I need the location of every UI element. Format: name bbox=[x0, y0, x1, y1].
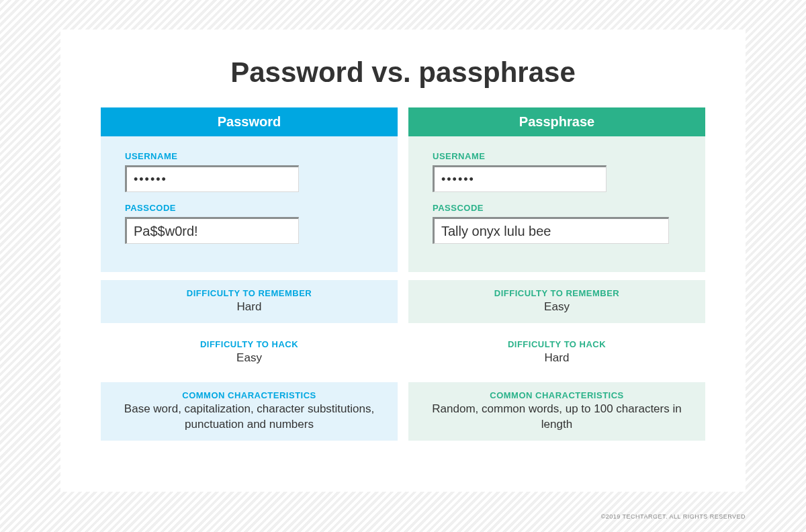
passphrase-form-block: USERNAME •••••• PASSCODE Tally onyx lulu… bbox=[408, 136, 705, 272]
password-passcode-label: PASSCODE bbox=[125, 203, 373, 213]
password-passcode-input: Pa$$w0rd! bbox=[125, 217, 299, 244]
passphrase-header: Passphrase bbox=[408, 107, 705, 136]
password-header: Password bbox=[101, 107, 398, 136]
page-title: Password vs. passphrase bbox=[101, 56, 705, 89]
passphrase-passcode-label: PASSCODE bbox=[433, 203, 681, 213]
passphrase-remember-value: Easy bbox=[422, 300, 692, 315]
password-characteristics-value: Base word, capitalization, character sub… bbox=[114, 402, 384, 433]
password-characteristics-block: COMMON CHARACTERISTICS Base word, capita… bbox=[101, 382, 398, 441]
password-hack-label: DIFFICULTY TO HACK bbox=[114, 339, 384, 349]
password-remember-value: Hard bbox=[114, 300, 384, 315]
password-column: Password USERNAME •••••• PASSCODE Pa$$w0… bbox=[101, 107, 398, 441]
password-hack-block: DIFFICULTY TO HACK Easy bbox=[101, 331, 398, 374]
passphrase-username-label: USERNAME bbox=[433, 151, 681, 161]
password-hack-value: Easy bbox=[114, 351, 384, 366]
passphrase-hack-value: Hard bbox=[422, 351, 692, 366]
password-form-block: USERNAME •••••• PASSCODE Pa$$w0rd! bbox=[101, 136, 398, 272]
passphrase-hack-block: DIFFICULTY TO HACK Hard bbox=[408, 331, 705, 374]
passphrase-remember-block: DIFFICULTY TO REMEMBER Easy bbox=[408, 280, 705, 323]
comparison-card: Password vs. passphrase Password USERNAM… bbox=[60, 30, 746, 492]
passphrase-characteristics-value: Random, common words, up to 100 characte… bbox=[422, 402, 692, 433]
passphrase-remember-label: DIFFICULTY TO REMEMBER bbox=[422, 288, 692, 298]
copyright-text: ©2019 TECHTARGET. ALL RIGHTS RESERVED bbox=[601, 513, 746, 520]
passphrase-column: Passphrase USERNAME •••••• PASSCODE Tall… bbox=[408, 107, 705, 441]
columns-container: Password USERNAME •••••• PASSCODE Pa$$w0… bbox=[101, 107, 705, 441]
password-remember-label: DIFFICULTY TO REMEMBER bbox=[114, 288, 384, 298]
password-remember-block: DIFFICULTY TO REMEMBER Hard bbox=[101, 280, 398, 323]
password-username-label: USERNAME bbox=[125, 151, 373, 161]
passphrase-passcode-input: Tally onyx lulu bee bbox=[433, 217, 669, 244]
passphrase-characteristics-block: COMMON CHARACTERISTICS Random, common wo… bbox=[408, 382, 705, 441]
password-characteristics-label: COMMON CHARACTERISTICS bbox=[114, 390, 384, 400]
password-username-input: •••••• bbox=[125, 165, 299, 192]
passphrase-characteristics-label: COMMON CHARACTERISTICS bbox=[422, 390, 692, 400]
passphrase-hack-label: DIFFICULTY TO HACK bbox=[422, 339, 692, 349]
passphrase-username-input: •••••• bbox=[433, 165, 607, 192]
